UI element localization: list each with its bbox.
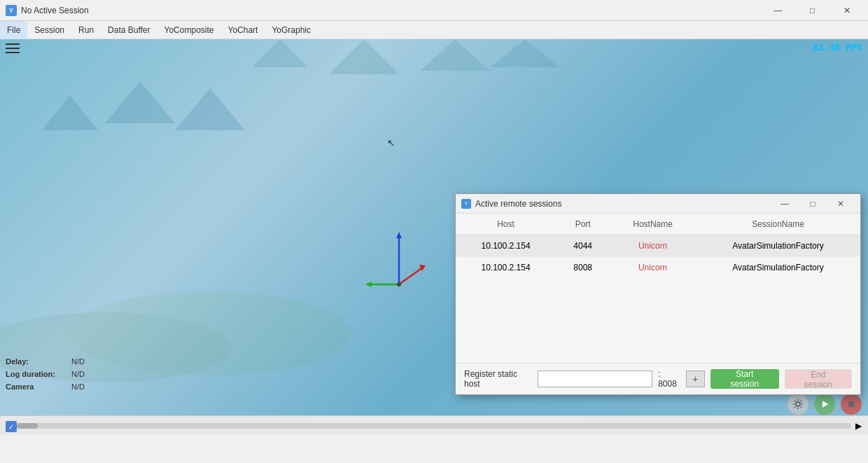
table-empty-space: [456, 279, 860, 363]
scroll-right-btn[interactable]: ▶: [851, 419, 865, 433]
svg-point-15: [397, 282, 401, 286]
menu-bar: File Session Run Data Buffer YoComposite…: [0, 21, 868, 39]
checkbox[interactable]: ✓: [6, 421, 17, 432]
main-viewport: 62.46 FPS ↖ Delay: N/D Log duration: N/D…: [0, 39, 868, 435]
menu-session[interactable]: Session: [27, 21, 71, 39]
table-row[interactable]: 10.100.2.154 4044 Unicorn AvatarSimulati…: [456, 235, 860, 257]
modal-window-controls: — □ ✕: [771, 194, 855, 214]
app-title: No Active Session: [21, 6, 762, 15]
col-hostname: HostName: [610, 214, 696, 235]
scroll-area[interactable]: ◀ ▶: [0, 415, 868, 435]
svg-marker-0: [252, 39, 308, 67]
menu-yochart[interactable]: YoChart: [220, 21, 265, 39]
svg-marker-5: [105, 81, 175, 123]
hamburger-line-3: [6, 52, 20, 53]
svg-marker-10: [396, 232, 402, 238]
camera-label: Camera: [6, 380, 69, 393]
modal-title-bar: Y Active remote sessions — □ ✕: [456, 194, 860, 214]
delay-status: Delay: N/D: [6, 355, 85, 368]
row1-session: AvatarSimulationFactory: [696, 235, 860, 257]
log-status: Log duration: N/D: [6, 368, 85, 380]
camera-value: N/D: [71, 380, 85, 393]
svg-line-11: [399, 267, 424, 284]
modal-icon: Y: [461, 199, 471, 209]
menu-file[interactable]: File: [0, 21, 27, 39]
modal-maximize-btn[interactable]: □: [799, 194, 827, 214]
stop-icon: [846, 399, 856, 409]
svg-marker-1: [329, 39, 399, 74]
svg-marker-3: [490, 39, 560, 67]
settings-button[interactable]: [787, 393, 809, 415]
minimize-button[interactable]: —: [762, 0, 794, 21]
title-bar: Y No Active Session — □ ✕: [0, 0, 868, 21]
svg-point-16: [796, 402, 800, 406]
modal-footer: Register static host : 8008 + Start sess…: [456, 363, 860, 394]
checkbox-area[interactable]: ✓: [6, 421, 17, 432]
row2-host: 10.100.2.154: [456, 257, 556, 279]
menu-yocomposite[interactable]: YoComposite: [158, 21, 221, 39]
scroll-thumb[interactable]: [17, 423, 38, 429]
gear-icon: [792, 399, 804, 410]
log-label: Log duration:: [6, 368, 69, 380]
svg-rect-18: [848, 401, 854, 407]
camera-status: Camera N/D: [6, 380, 85, 393]
modal-dialog: Y Active remote sessions — □ ✕ Host Port…: [455, 193, 861, 395]
start-session-button[interactable]: Start session: [710, 369, 779, 389]
3d-axes: [364, 228, 448, 312]
col-sessionname: SessionName: [696, 214, 860, 235]
close-button[interactable]: ✕: [831, 0, 862, 21]
table-row[interactable]: 10.100.2.154 8008 Unicorn AvatarSimulati…: [456, 257, 860, 279]
row2-session: AvatarSimulationFactory: [696, 257, 860, 279]
fps-counter: 62.46 FPS: [813, 42, 862, 53]
stop-button[interactable]: [840, 393, 862, 415]
row2-hostname: Unicorn: [610, 257, 696, 279]
menu-data-buffer[interactable]: Data Buffer: [101, 21, 157, 39]
play-button[interactable]: [813, 393, 836, 415]
log-value: N/D: [71, 368, 85, 380]
maximize-button[interactable]: □: [797, 0, 828, 21]
modal-minimize-btn[interactable]: —: [771, 194, 799, 214]
svg-marker-2: [420, 39, 490, 71]
row2-port: 8008: [556, 257, 610, 279]
svg-marker-4: [42, 95, 98, 130]
add-host-btn[interactable]: +: [686, 371, 705, 387]
window-controls: — □ ✕: [762, 0, 862, 21]
hamburger-line-2: [6, 48, 20, 49]
modal-title: Active remote sessions: [475, 199, 771, 209]
col-port: Port: [556, 214, 610, 235]
status-bar: Delay: N/D Log duration: N/D Camera N/D: [6, 355, 85, 393]
modal-close-btn[interactable]: ✕: [827, 194, 855, 214]
register-label: Register static host: [464, 369, 532, 389]
row1-host: 10.100.2.154: [456, 235, 556, 257]
bottom-controls: [787, 393, 862, 415]
menu-yographic[interactable]: YoGraphic: [265, 21, 318, 39]
play-icon: [820, 399, 830, 409]
hamburger-menu[interactable]: [6, 43, 20, 53]
row1-port: 4044: [556, 235, 610, 257]
row1-hostname: Unicorn: [610, 235, 696, 257]
menu-run[interactable]: Run: [71, 21, 101, 39]
port-separator: : 8008: [658, 369, 680, 389]
col-host: Host: [456, 214, 556, 235]
app-icon: Y: [6, 5, 17, 16]
delay-value: N/D: [71, 355, 85, 368]
svg-marker-14: [365, 282, 372, 287]
svg-marker-6: [175, 88, 245, 130]
host-input[interactable]: [538, 371, 652, 387]
sessions-table: Host Port HostName SessionName 10.100.2.…: [456, 214, 860, 279]
delay-label: Delay:: [6, 355, 69, 368]
end-session-button[interactable]: End session: [785, 369, 852, 389]
scroll-track[interactable]: [17, 423, 851, 429]
svg-marker-17: [822, 401, 828, 408]
hamburger-line-1: [6, 43, 20, 45]
